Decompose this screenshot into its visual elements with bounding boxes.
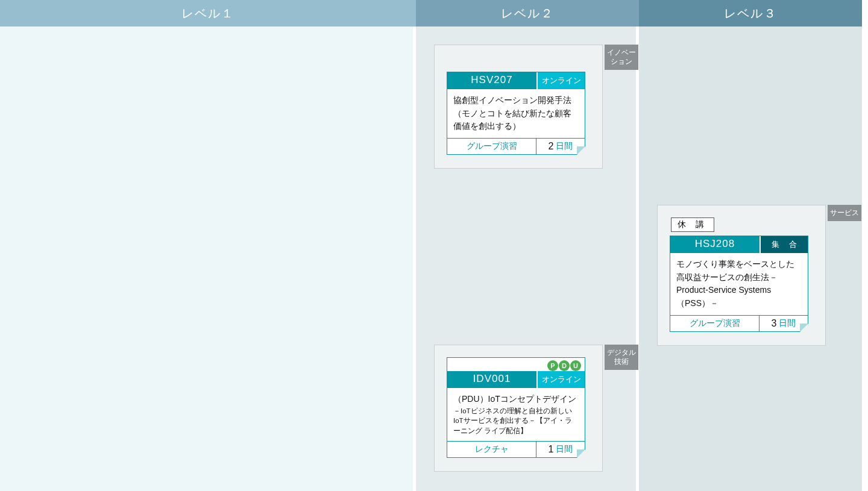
course-type: グループ演習 [447,139,536,154]
course-duration: 1日間 [536,442,585,457]
course-title: 協創型イノベーション開発手法（モノとコトを結び新たな顧客価値を創出する） [447,89,585,138]
course-map: レベル１ レベル２ レベル３ イノベーション HSV207 オンライン 協創型イ… [0,0,868,491]
course-code: IDV001 [447,371,536,388]
course-duration: 2日間 [536,139,585,154]
course-card-idv001[interactable]: PDU IDV001 オンライン （PDU）IoTコンセプトデザイン －IoTビ… [447,357,585,458]
block-innovation: イノベーション HSV207 オンライン 協創型イノベーション開発手法（モノとコ… [434,45,603,169]
corner-fold-icon [577,146,585,155]
status-badge-cancelled: 休 講 [671,217,714,232]
block-service: サービス 休 講 HSJ208 集 合 モノづくり事業をベースとした高収益サービ… [657,205,826,346]
course-duration: 3日間 [760,316,808,331]
level-3-header: レベル３ [639,0,862,27]
level-3-column: サービス 休 講 HSJ208 集 合 モノづくり事業をベースとした高収益サービ… [639,27,862,491]
course-type: レクチャ [447,442,536,457]
course-title: （PDU）IoTコンセプトデザイン －IoTビジネスの理解と自社の新しいIoTサ… [447,388,585,441]
course-code: HSJ208 [670,236,760,253]
course-card-hsv207[interactable]: HSV207 オンライン 協創型イノベーション開発手法（モノとコトを結び新たな顧… [447,72,585,155]
course-title: モノづくり事業をベースとした高収益サービスの創生法－Product-Servic… [670,253,808,315]
level-1-column [0,27,416,491]
course-type: グループ演習 [670,316,760,331]
delivery-mode: 集 合 [760,236,808,253]
corner-fold-icon [800,324,808,332]
course-card-hsj208[interactable]: HSJ208 集 合 モノづくり事業をベースとした高収益サービスの創生法－Pro… [670,236,808,332]
category-tag-digital: デジタル技術 [605,345,638,370]
level-2-header: レベル２ [416,0,639,27]
delivery-mode: オンライン [536,371,585,388]
delivery-mode: オンライン [536,72,585,89]
course-code: HSV207 [447,72,536,89]
corner-fold-icon [577,449,585,458]
level-1-header: レベル１ [0,0,416,27]
category-tag-service: サービス [828,205,861,221]
category-tag-innovation: イノベーション [605,45,638,70]
pdu-badge-icon: PDU [547,360,581,371]
block-digital: デジタル技術 PDU IDV001 オンライン （PDU）IoTコンセプトデザイ… [434,345,603,472]
level-2-column: イノベーション HSV207 オンライン 協創型イノベーション開発手法（モノとコ… [416,27,639,491]
